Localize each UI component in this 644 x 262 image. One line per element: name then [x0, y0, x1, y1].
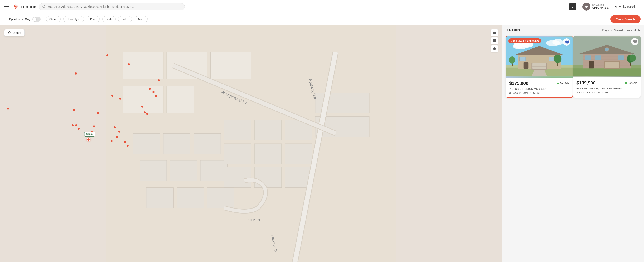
svg-rect-22	[224, 167, 251, 187]
search-icon	[42, 5, 46, 8]
svg-rect-54	[520, 57, 526, 61]
map-dot[interactable]	[116, 136, 118, 138]
property-card[interactable]: $199,900 For Sale 965 FAIRWAY DR, UNION …	[573, 36, 641, 98]
map-dot[interactable]	[106, 54, 108, 56]
svg-point-77	[605, 47, 609, 51]
svg-point-37	[493, 47, 496, 50]
status-filter-button[interactable]: Status	[46, 16, 61, 22]
filter-divider	[43, 16, 44, 22]
heart-icon	[564, 40, 569, 44]
map-dot[interactable]	[72, 124, 74, 126]
svg-rect-16	[177, 188, 204, 208]
map-dot[interactable]	[93, 125, 95, 127]
svg-text:Club Ct: Club Ct	[248, 218, 260, 222]
chevron-down-icon	[638, 6, 641, 8]
card-body: $199,900 For Sale 965 FAIRWAY DR, UNION …	[573, 77, 641, 97]
favorite-button[interactable]	[563, 38, 570, 46]
card-price: $175,000	[509, 81, 528, 86]
logo-icon	[12, 3, 20, 11]
results-count: 1 Results	[506, 28, 520, 32]
search-bar	[39, 3, 185, 10]
home-type-filter-button[interactable]: Home Type	[63, 16, 84, 22]
beds: 4 Beds	[576, 91, 585, 94]
notification-button[interactable]: 0	[569, 3, 576, 11]
beds-filter-button[interactable]: Beds	[102, 16, 116, 22]
baths: 2 Baths	[519, 91, 528, 94]
user-greeting[interactable]: Hi, Vinky Marolia!	[611, 5, 641, 8]
price-filter-button[interactable]: Price	[86, 16, 100, 22]
favorite-button[interactable]	[631, 38, 638, 45]
sort-label: Days on Market: Low to High	[602, 29, 640, 32]
map-dot[interactable]	[75, 72, 77, 75]
map-dot[interactable]	[155, 95, 157, 97]
square-icon	[493, 39, 496, 42]
results-header: 1 Results Days on Market: Low to High	[502, 25, 644, 36]
property-card[interactable]: Open Live Fri at 8:00pm $175,000 For Sal…	[506, 36, 573, 98]
map-dot[interactable]	[97, 112, 99, 114]
polygon-draw-button[interactable]	[491, 29, 498, 36]
layers-icon	[8, 31, 11, 35]
svg-rect-76	[618, 55, 624, 60]
svg-rect-12	[140, 161, 167, 181]
card-image	[573, 36, 641, 77]
right-panel: 1 Results Days on Market: Low to High	[502, 25, 644, 262]
map-svg: Fairway Dr Wedgewood Dr Club Ct Fairway …	[0, 25, 502, 262]
search-input[interactable]	[47, 5, 181, 8]
map-dot[interactable]	[114, 126, 116, 128]
map-dot[interactable]	[110, 140, 112, 142]
map-dot[interactable]	[124, 141, 126, 143]
svg-point-80	[630, 54, 636, 61]
price-marker[interactable]: $175k	[84, 132, 95, 137]
map-dot[interactable]	[78, 128, 80, 130]
open-house-badge: Open Live Fri at 8:00pm	[508, 38, 541, 43]
map-dot[interactable]	[118, 130, 120, 133]
map-dot[interactable]	[119, 98, 121, 100]
main-content: Fairway Dr Wedgewood Dr Club Ct Fairway …	[0, 25, 644, 262]
for-sale-badge: For Sale	[557, 82, 569, 85]
map-dot[interactable]	[144, 111, 146, 113]
svg-rect-74	[585, 55, 591, 60]
live-open-house-toggle[interactable]	[32, 17, 41, 22]
svg-rect-21	[254, 144, 282, 164]
map-dot[interactable]	[73, 109, 75, 111]
map-dot[interactable]	[111, 95, 114, 97]
svg-point-41	[513, 43, 522, 49]
layers-button[interactable]: Layers	[4, 29, 24, 36]
baths-filter-button[interactable]: Baths	[118, 16, 132, 22]
svg-rect-25	[285, 144, 312, 164]
svg-marker-35	[493, 32, 496, 34]
map-dot[interactable]	[146, 113, 148, 115]
header-right: 0 VM MY AGENT Vinky Marolia Hi, Vinky Ma…	[569, 3, 641, 11]
svg-rect-14	[200, 161, 228, 181]
circle-draw-button[interactable]	[491, 45, 498, 52]
selected-map-dot[interactable]	[86, 138, 90, 142]
sqft: 1260 SF	[530, 91, 540, 94]
map-dot[interactable]	[149, 88, 151, 90]
svg-rect-8	[167, 86, 194, 113]
svg-point-1	[15, 6, 16, 7]
for-sale-dot	[625, 82, 627, 84]
card-address: 7 CLUB CT, UNION MO 63084	[509, 87, 569, 90]
map-dot[interactable]	[126, 145, 129, 147]
svg-rect-62	[573, 68, 641, 76]
svg-rect-15	[146, 188, 174, 208]
rectangle-draw-button[interactable]	[491, 37, 498, 44]
agent-info: MY AGENT Vinky Marolia	[592, 4, 609, 10]
map-dot[interactable]	[152, 91, 154, 93]
svg-rect-6	[211, 52, 251, 79]
map-dot[interactable]	[7, 108, 9, 110]
map-dot[interactable]	[128, 63, 130, 65]
more-filter-button[interactable]: More	[134, 16, 148, 22]
logo[interactable]: remine	[12, 3, 36, 11]
map-dot[interactable]	[141, 105, 143, 108]
save-search-button[interactable]: Save Search	[610, 15, 641, 23]
svg-rect-70	[605, 62, 619, 68]
svg-rect-19	[254, 120, 282, 140]
card-details: 4 Beds 4 Baths 2316 SF	[576, 91, 637, 94]
notification-count: 0	[572, 5, 573, 8]
card-price: $199,900	[576, 80, 596, 86]
sqft: 2316 SF	[598, 91, 608, 94]
map-dot[interactable]	[158, 79, 160, 81]
hamburger-menu-button[interactable]	[3, 4, 10, 9]
map-dot[interactable]	[75, 124, 77, 126]
